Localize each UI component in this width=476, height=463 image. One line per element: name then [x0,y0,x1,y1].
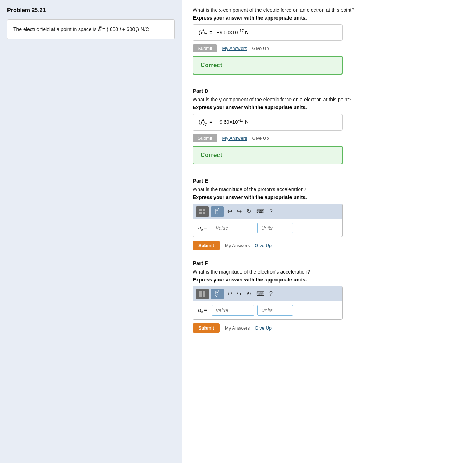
divider-ef [193,254,465,254]
mu-label: μAC [215,208,219,215]
partd-correct-label: Correct [201,152,222,158]
partd-title: Part D [193,88,465,94]
svg-rect-6 [199,294,202,297]
partf-give-up-link[interactable]: Give Up [255,325,272,331]
partf-my-answers: My Answers [225,325,250,331]
partf-submit-row: Submit My Answers Give Up [193,323,465,333]
svg-rect-3 [203,212,205,214]
grid-icon [199,208,206,215]
parte-section: Part E What is the magnitude of the prot… [193,178,465,250]
svg-rect-0 [199,209,202,211]
partf-express: Express your answer with the appropriate… [193,277,465,283]
divider-de [193,172,465,172]
problem-title: Problem 25.21 [7,7,175,14]
partf-undo-button[interactable]: ↩ [226,290,233,298]
partc-submit-row: Submit My Answers Give Up [193,44,465,52]
parte-units-input[interactable] [257,223,293,233]
partf-redo-button[interactable]: ↪ [236,290,243,298]
parte-redo-button[interactable]: ↪ [236,207,243,215]
parte-submit-button[interactable]: Submit [193,241,220,250]
partf-units-input[interactable] [257,305,293,316]
partc-answer-box: (F⃗)x = −9.60×10−17 N [193,24,343,41]
partc-express: Express your answer with the appropriate… [193,15,465,21]
partc-my-answers-link[interactable]: My Answers [222,46,247,51]
svg-rect-5 [203,291,205,294]
partf-title: Part F [193,260,465,266]
partc-correct-box: Correct [193,56,343,75]
partf-submit-button[interactable]: Submit [193,323,220,333]
right-panel: What is the x-component of the electric … [182,0,476,463]
partd-section: Part D What is the y-component of the el… [193,88,465,164]
parte-toolbar: μAC ↩ ↪ ↻ ⌨ ? [193,204,342,219]
parte-help-button[interactable]: ? [268,208,274,215]
partf-help-button[interactable]: ? [268,290,274,298]
partd-my-answers-link[interactable]: My Answers [222,136,247,141]
partc-formula: (F⃗)x = −9.60×10−17 N [199,29,249,36]
partf-value-input[interactable] [212,305,254,316]
parte-undo-button[interactable]: ↩ [226,207,233,215]
grid-icon-f [199,290,206,297]
partd-correct-box: Correct [193,146,343,164]
parte-express: Express your answer with the appropriate… [193,194,465,200]
partc-section: What is the x-component of the electric … [193,7,465,75]
partc-intro: What is the x-component of the electric … [193,7,465,13]
parte-input-row: ap = [193,219,342,237]
partd-formula: (F⃗)y = −9.60×10−17 N [199,118,249,126]
partd-express: Express your answer with the appropriate… [193,105,465,110]
partf-input-row: ae = [193,301,342,319]
parte-submit-row: Submit My Answers Give Up [193,241,465,250]
partf-toolbar: μAC ↩ ↪ ↻ ⌨ ? [193,286,342,301]
partc-give-up-link[interactable]: Give Up [252,46,269,51]
parte-toolbar-icon2[interactable]: μAC [211,206,224,217]
partd-intro: What is the y-component of the electric … [193,97,465,102]
mu-label-f: μAC [215,290,219,297]
partc-correct-label: Correct [201,62,222,68]
partf-math-container: μAC ↩ ↪ ↻ ⌨ ? ae = [193,286,343,320]
partd-answer-box: (F⃗)y = −9.60×10−17 N [193,114,343,130]
partf-keyboard-button[interactable]: ⌨ [255,290,266,298]
svg-rect-4 [199,291,202,294]
partc-submit-button[interactable]: Submit [193,44,217,52]
parte-intro: What is the magnitude of the proton's ac… [193,187,465,192]
problem-text: The electric field at a point in space i… [13,26,151,32]
parte-reset-button[interactable]: ↻ [245,207,253,215]
parte-math-container: μAC ↩ ↪ ↻ ⌨ ? ap = [193,204,343,237]
parte-keyboard-button[interactable]: ⌨ [255,207,266,215]
parte-my-answers: My Answers [225,243,250,248]
svg-rect-1 [203,209,205,211]
parte-value-input[interactable] [212,223,254,233]
svg-rect-2 [199,212,202,214]
parte-title: Part E [193,178,465,184]
partd-give-up-link[interactable]: Give Up [252,136,269,141]
parte-give-up-link[interactable]: Give Up [255,243,272,248]
partf-section: Part F What is the magnitude of the elec… [193,260,465,333]
svg-rect-7 [203,294,205,297]
partf-toolbar-icon2[interactable]: μAC [211,289,224,299]
divider-cd [193,82,465,82]
partf-reset-button[interactable]: ↻ [245,290,253,298]
problem-box: The electric field at a point in space i… [7,19,175,39]
partf-label: ae = [198,307,209,314]
partd-submit-row: Submit My Answers Give Up [193,134,465,142]
partf-intro: What is the magnitude of the electron's … [193,269,465,275]
partf-toolbar-icon1[interactable] [196,289,209,299]
parte-label: ap = [198,225,209,232]
partd-submit-button[interactable]: Submit [193,134,217,142]
left-panel: Problem 25.21 The electric field at a po… [0,0,182,463]
parte-toolbar-icon1[interactable] [196,206,209,217]
